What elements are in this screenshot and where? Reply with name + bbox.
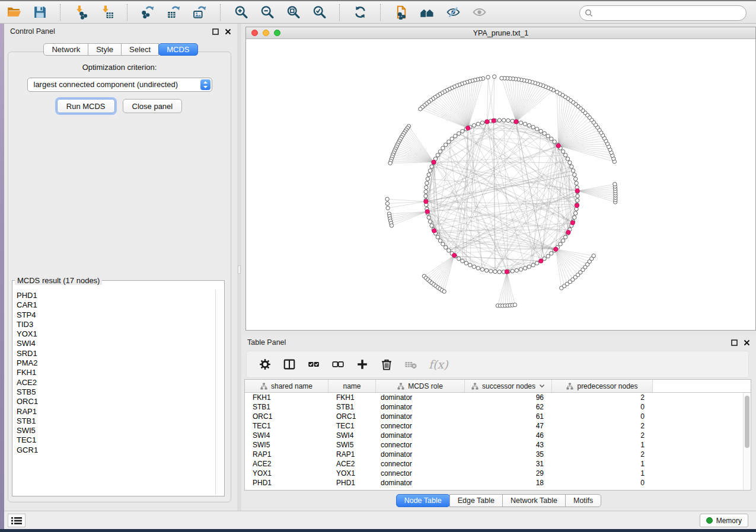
vertical-splitter[interactable]	[237, 24, 241, 511]
table-row[interactable]: YOX1YOX1connector291	[245, 469, 751, 478]
network-canvas[interactable]	[246, 39, 755, 330]
network-window-titlebar[interactable]: YPA_prune.txt_1	[246, 27, 755, 39]
export-table-icon[interactable]	[165, 4, 183, 21]
table-cell: YOX1	[328, 469, 376, 478]
run-mcds-button[interactable]: Run MCDS	[57, 99, 115, 113]
mcds-result-item[interactable]: PHD1	[17, 291, 215, 300]
table-row[interactable]: ACE2ACE2connector311	[245, 459, 751, 469]
status-log-button[interactable]	[8, 514, 25, 527]
mcds-result-item[interactable]: GCR1	[17, 446, 215, 455]
memory-label: Memory	[716, 517, 742, 525]
table-cell: 2	[552, 421, 653, 431]
table-cell-filler	[653, 459, 751, 469]
import-network-icon[interactable]	[72, 4, 90, 21]
mcds-result-item[interactable]: PMA2	[17, 358, 215, 368]
mcds-result-list[interactable]: PHD1CAR1STP4TID3YOX1SWI4SRD1PMA2FKH1ACE2…	[13, 290, 215, 495]
mcds-result-item[interactable]: ACE2	[17, 378, 215, 387]
tab-select[interactable]: Select	[121, 43, 159, 56]
mcds-result-fieldset: MCDS result (17 nodes) PHD1CAR1STP4TID3Y…	[12, 276, 225, 496]
mcds-result-item[interactable]: FKH1	[17, 368, 215, 377]
control-panel-float-icon[interactable]	[212, 28, 219, 35]
hide-panels-icon[interactable]	[444, 4, 462, 21]
add-column-icon[interactable]	[356, 358, 369, 371]
request-networks-icon[interactable]	[418, 4, 436, 21]
mcds-result-item[interactable]: TID3	[17, 320, 215, 329]
table-scrollbar[interactable]	[743, 393, 751, 490]
table-row[interactable]: TEC1TEC1connector472	[245, 421, 751, 431]
memory-button[interactable]: Memory	[700, 514, 748, 527]
table-cell: TEC1	[245, 421, 328, 431]
tab-network[interactable]: Network	[43, 43, 88, 56]
mcds-result-item[interactable]: SWI5	[17, 426, 215, 435]
table-toolbar: f(x)	[246, 351, 749, 378]
table-cell: FKH1	[245, 393, 328, 402]
table-cell: 1	[552, 459, 653, 469]
table-panel-float-icon[interactable]	[731, 339, 738, 346]
zoom-in-icon[interactable]	[232, 4, 250, 21]
column-header-successor-nodes[interactable]: successor nodes	[465, 380, 552, 392]
zoom-selected-icon[interactable]	[310, 4, 328, 21]
mcds-result-item[interactable]: TEC1	[17, 435, 215, 445]
open-session-icon[interactable]	[5, 4, 23, 21]
save-session-icon[interactable]	[31, 4, 49, 21]
table-cell: dominator	[376, 402, 465, 412]
share-network-icon[interactable]	[392, 4, 410, 21]
table-panel-close-icon[interactable]	[744, 339, 750, 346]
settings-icon[interactable]	[259, 358, 272, 371]
table-row[interactable]: STB1STB1dominator620	[245, 402, 751, 412]
tab-style[interactable]: Style	[88, 43, 122, 56]
search-input[interactable]	[579, 5, 747, 21]
table-row[interactable]: FKH1FKH1dominator962	[245, 393, 751, 402]
control-panel-close-icon[interactable]	[225, 28, 231, 35]
export-image-icon[interactable]	[191, 4, 209, 21]
table-row[interactable]: PHD1PHD1dominator180	[245, 478, 751, 488]
delete-columns-icon[interactable]	[380, 358, 393, 371]
memory-status-icon	[706, 517, 713, 524]
tab-network-table[interactable]: Network Table	[502, 494, 566, 507]
tab-motifs[interactable]: Motifs	[565, 494, 601, 507]
tab-mcds[interactable]: MCDS	[158, 43, 197, 56]
column-header-MCDS-role[interactable]: MCDS role	[376, 380, 465, 392]
table-cell: 96	[465, 393, 552, 402]
mcds-result-item[interactable]: ORC1	[17, 397, 215, 406]
table-row[interactable]: SWI4SWI4dominator462	[245, 431, 751, 440]
table-cell: 46	[465, 431, 552, 440]
toolbar-separator	[220, 4, 221, 21]
column-type-icon	[471, 383, 479, 390]
mcds-result-item[interactable]: CAR1	[17, 300, 215, 310]
table-cell: dominator	[376, 478, 465, 488]
mcds-result-item[interactable]: RAP1	[17, 407, 215, 416]
tab-node-table[interactable]: Node Table	[396, 494, 450, 507]
column-type-icon	[260, 383, 267, 390]
mcds-result-scrollbar[interactable]	[215, 290, 223, 495]
table-row[interactable]: SWI5SWI5connector431	[245, 440, 751, 450]
column-header-predecessor-nodes[interactable]: predecessor nodes	[552, 380, 653, 392]
table-cell: SWI5	[328, 440, 376, 450]
zoom-fit-icon[interactable]	[284, 4, 302, 21]
close-mcds-panel-button[interactable]: Close panel	[123, 99, 183, 113]
table-cell: ACE2	[328, 459, 376, 469]
node-table: shared namenameMCDS rolesuccessor nodesp…	[244, 379, 751, 491]
optimization-criterion-select[interactable]: largest connected component (undirected)	[27, 78, 212, 92]
table-cell: STB1	[328, 402, 376, 412]
select-all-columns-icon[interactable]	[307, 358, 320, 371]
mcds-result-item[interactable]: SWI4	[17, 339, 215, 348]
table-row[interactable]: RAP1RAP1dominator352	[245, 450, 751, 459]
mcds-result-item[interactable]: STP4	[17, 310, 215, 320]
column-header-name[interactable]: name	[328, 380, 376, 392]
export-network-icon[interactable]	[139, 4, 157, 21]
toolbar-separator	[380, 4, 381, 21]
mcds-result-item[interactable]: STB5	[17, 387, 215, 397]
mcds-result-item[interactable]: SRD1	[17, 349, 215, 358]
show-columns-icon[interactable]	[283, 358, 296, 371]
table-row[interactable]: ORC1ORC1dominator610	[245, 412, 751, 421]
table-cell-filler	[653, 478, 751, 488]
mcds-result-item[interactable]: YOX1	[17, 329, 215, 339]
refresh-icon[interactable]	[351, 4, 369, 21]
mcds-result-item[interactable]: STB1	[17, 416, 215, 426]
import-table-icon[interactable]	[98, 4, 116, 21]
tab-edge-table[interactable]: Edge Table	[449, 494, 503, 507]
unselect-all-columns-icon[interactable]	[331, 358, 344, 371]
zoom-out-icon[interactable]	[258, 4, 276, 21]
column-header-shared-name[interactable]: shared name	[245, 380, 328, 392]
